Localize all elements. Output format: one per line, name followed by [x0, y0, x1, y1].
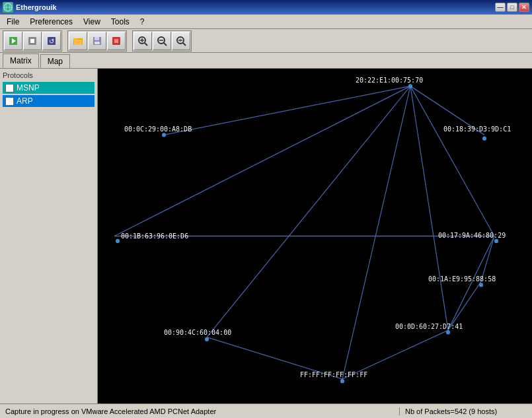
msnp-checkbox[interactable]: ✓	[5, 84, 14, 92]
node-n8	[446, 330, 450, 334]
zoom-reset-button[interactable]	[172, 32, 190, 50]
node-n2	[162, 133, 166, 137]
capture-restart-button[interactable]: ↺	[42, 32, 61, 50]
protocol-msnp[interactable]: ✓ MSNP	[3, 82, 95, 94]
capture-start-button[interactable]	[4, 32, 22, 50]
sep1	[63, 32, 66, 50]
node-n9	[340, 379, 344, 383]
tab-map[interactable]: Map	[40, 54, 70, 68]
zoom-in-button[interactable]	[133, 32, 152, 50]
edge-n1-n5	[410, 86, 494, 236]
file-group	[67, 30, 127, 52]
zoom-out-button[interactable]	[153, 32, 171, 50]
label-n1: 20:22:E1:00:75:70	[356, 76, 423, 84]
menu-tools[interactable]: Tools	[106, 15, 135, 28]
title-bar: Ethergrouik — □ ✕	[0, 0, 532, 15]
label-n3: 00:18:39:D3:9D:C1	[443, 125, 511, 133]
tab-matrix[interactable]: Matrix	[3, 53, 39, 68]
toolbar: ↺	[0, 29, 532, 53]
msnp-label: MSNP	[17, 83, 40, 92]
svg-text:↺: ↺	[49, 38, 54, 45]
node-n6	[479, 283, 483, 287]
stop-capture-button[interactable]	[107, 32, 126, 50]
label-n5: 00:17:9A:46:80:29	[438, 230, 506, 238]
main-content: Protocols ✓ MSNP ✓ ARP	[0, 69, 532, 403]
capture-stop-button[interactable]	[23, 32, 42, 50]
label-n2: 00:0C:29:00:A8:DB	[124, 125, 192, 133]
edge-n1-n9	[342, 86, 410, 379]
node-n7	[205, 337, 209, 341]
protocol-arp[interactable]: ✓ ARP	[3, 95, 95, 107]
svg-line-25	[183, 43, 186, 46]
edge-n1-n2	[164, 86, 410, 135]
edge-n1-n8	[410, 86, 448, 330]
node-n3	[482, 136, 486, 140]
arp-label: ARP	[17, 96, 33, 106]
svg-rect-16	[114, 39, 118, 43]
menu-help[interactable]: ?	[135, 15, 150, 28]
status-right: Nb of Packets=542 (9 hosts)	[400, 407, 532, 415]
open-button[interactable]	[69, 32, 87, 50]
minimize-button[interactable]: —	[495, 3, 506, 12]
capture-group: ↺	[3, 30, 62, 52]
app-icon	[3, 2, 13, 13]
maximize-button[interactable]: □	[507, 3, 517, 12]
label-n8: 00:0D:60:27:D7:41	[395, 322, 463, 330]
label-n4: 00:1B:63:96:0E:D6	[121, 231, 188, 239]
menu-file[interactable]: File	[1, 15, 24, 28]
save-button[interactable]	[88, 32, 106, 50]
sep2	[128, 32, 131, 50]
close-button[interactable]: ✕	[519, 3, 529, 12]
sidebar: Protocols ✓ MSNP ✓ ARP	[0, 69, 98, 403]
status-bar: Capture in progress on VMware Accelerate…	[0, 403, 532, 418]
edge-n1-n7	[207, 86, 410, 337]
node-n4	[116, 239, 120, 243]
label-n6: 00:1A:E9:95:88:58	[428, 275, 496, 283]
edge-n1-n4	[114, 86, 410, 236]
menu-view[interactable]: View	[78, 15, 106, 28]
arp-checkbox[interactable]: ✓	[5, 97, 14, 106]
svg-rect-13	[95, 37, 99, 40]
menu-bar: File Preferences View Tools ?	[0, 15, 532, 29]
label-n7: 00:90:4C:60:04:00	[164, 328, 231, 336]
window-controls: — □ ✕	[495, 3, 529, 12]
app-title: Ethergrouik	[16, 3, 57, 11]
node-n5	[494, 239, 498, 243]
svg-rect-6	[30, 39, 34, 43]
zoom-group	[132, 30, 192, 52]
protocols-label: Protocols	[3, 71, 95, 79]
svg-line-22	[164, 43, 167, 46]
menu-preferences[interactable]: Preferences	[24, 15, 78, 28]
edge-n5-n8	[448, 236, 494, 331]
node-n1	[408, 84, 412, 88]
network-canvas: 20:22:E1:00:75:70 00:0C:29:00:A8:DB 00:1…	[98, 69, 532, 403]
status-left: Capture in progress on VMware Accelerate…	[0, 407, 400, 415]
tab-bar: Matrix Map	[0, 53, 532, 69]
svg-line-18	[145, 43, 147, 46]
label-n9: FF:FF:FF:FF:FF:FF	[300, 370, 367, 378]
svg-rect-14	[95, 42, 100, 44]
svg-rect-11	[74, 40, 82, 45]
